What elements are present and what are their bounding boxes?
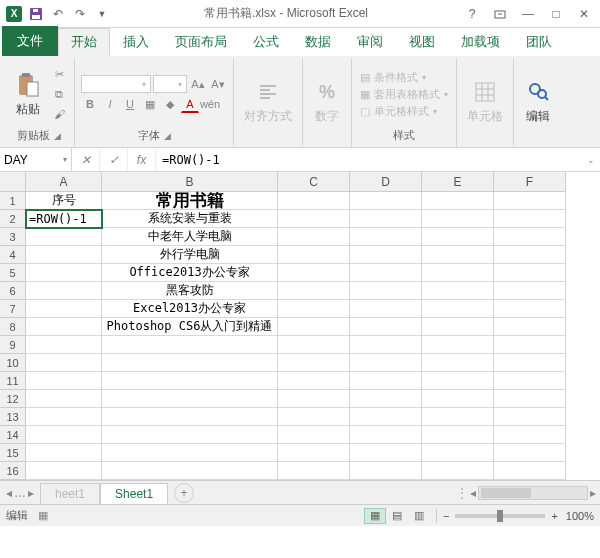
row-header[interactable]: 5	[0, 264, 26, 282]
cell-B14[interactable]	[102, 426, 278, 444]
cell-F14[interactable]	[494, 426, 566, 444]
cell-D5[interactable]	[350, 264, 422, 282]
cut-icon[interactable]: ✂	[50, 65, 68, 83]
cell-D10[interactable]	[350, 354, 422, 372]
italic-button[interactable]: I	[101, 95, 119, 113]
tab-insert[interactable]: 插入	[110, 28, 162, 56]
cell-C13[interactable]	[278, 408, 350, 426]
font-size-combo[interactable]: ▾	[153, 75, 187, 93]
zoom-in-button[interactable]: +	[551, 510, 557, 522]
cell-A5[interactable]	[26, 264, 102, 282]
cells-button[interactable]: 单元格	[463, 76, 507, 127]
decrease-font-icon[interactable]: A▾	[209, 75, 227, 93]
cell-E10[interactable]	[422, 354, 494, 372]
enter-formula-button[interactable]: ✓	[100, 148, 128, 171]
cell-A16[interactable]	[26, 462, 102, 480]
macro-record-icon[interactable]: ▦	[38, 509, 48, 522]
cell-F11[interactable]	[494, 372, 566, 390]
cell-D15[interactable]	[350, 444, 422, 462]
cell-D3[interactable]	[350, 228, 422, 246]
cell-C7[interactable]	[278, 300, 350, 318]
row-header[interactable]: 9	[0, 336, 26, 354]
hscroll-resize-icon[interactable]: ⋮	[456, 486, 468, 500]
cell-E5[interactable]	[422, 264, 494, 282]
col-header-E[interactable]: E	[422, 172, 494, 192]
cell-F7[interactable]	[494, 300, 566, 318]
border-icon[interactable]: ▦	[141, 95, 159, 113]
cell-C2[interactable]	[278, 210, 350, 228]
maximize-icon[interactable]: □	[544, 4, 568, 24]
cell-C3[interactable]	[278, 228, 350, 246]
view-page-layout-icon[interactable]: ▤	[386, 508, 408, 524]
row-header[interactable]: 11	[0, 372, 26, 390]
cell-B9[interactable]	[102, 336, 278, 354]
cell-D13[interactable]	[350, 408, 422, 426]
cell-E15[interactable]	[422, 444, 494, 462]
cell-F15[interactable]	[494, 444, 566, 462]
row-header[interactable]: 7	[0, 300, 26, 318]
save-icon[interactable]	[26, 4, 46, 24]
cell-A9[interactable]	[26, 336, 102, 354]
cell-A12[interactable]	[26, 390, 102, 408]
cell-D2[interactable]	[350, 210, 422, 228]
tab-addins[interactable]: 加载项	[448, 28, 513, 56]
paste-button[interactable]: 粘贴	[10, 69, 46, 120]
cell-F13[interactable]	[494, 408, 566, 426]
cell-E12[interactable]	[422, 390, 494, 408]
phonetic-icon[interactable]: wén	[201, 95, 219, 113]
cell-F4[interactable]	[494, 246, 566, 264]
tab-page-layout[interactable]: 页面布局	[162, 28, 240, 56]
font-launcher-icon[interactable]: ◢	[164, 131, 171, 141]
cell-D1[interactable]	[350, 192, 422, 210]
new-sheet-button[interactable]: +	[174, 483, 194, 503]
cell-D6[interactable]	[350, 282, 422, 300]
tab-data[interactable]: 数据	[292, 28, 344, 56]
cell-B5[interactable]: Office2013办公专家	[102, 264, 278, 282]
row-header[interactable]: 13	[0, 408, 26, 426]
underline-button[interactable]: U	[121, 95, 139, 113]
row-header[interactable]: 4	[0, 246, 26, 264]
cell-E14[interactable]	[422, 426, 494, 444]
cell-F5[interactable]	[494, 264, 566, 282]
format-as-table-button[interactable]: ▦套用表格格式▾	[358, 86, 450, 103]
tab-home[interactable]: 开始	[58, 28, 110, 56]
row-header[interactable]: 10	[0, 354, 26, 372]
cell-F2[interactable]	[494, 210, 566, 228]
row-header[interactable]: 14	[0, 426, 26, 444]
cell-C14[interactable]	[278, 426, 350, 444]
cell-F16[interactable]	[494, 462, 566, 480]
row-header[interactable]: 1	[0, 192, 26, 210]
cell-A10[interactable]	[26, 354, 102, 372]
clipboard-launcher-icon[interactable]: ◢	[54, 131, 61, 141]
tab-team[interactable]: 团队	[513, 28, 565, 56]
cell-E13[interactable]	[422, 408, 494, 426]
horizontal-scrollbar[interactable]	[478, 486, 588, 500]
cell-D14[interactable]	[350, 426, 422, 444]
cell-E16[interactable]	[422, 462, 494, 480]
cell-C15[interactable]	[278, 444, 350, 462]
cell-C16[interactable]	[278, 462, 350, 480]
view-normal-icon[interactable]: ▦	[364, 508, 386, 524]
font-color-icon[interactable]: A	[181, 95, 199, 113]
cancel-formula-button[interactable]: ✕	[72, 148, 100, 171]
tab-review[interactable]: 审阅	[344, 28, 396, 56]
excel-app-icon[interactable]: X	[4, 4, 24, 24]
expand-formula-bar-icon[interactable]: ⌄	[582, 148, 600, 171]
cell-A11[interactable]	[26, 372, 102, 390]
cell-B3[interactable]: 中老年人学电脑	[102, 228, 278, 246]
cell-F6[interactable]	[494, 282, 566, 300]
cell-B13[interactable]	[102, 408, 278, 426]
cell-C6[interactable]	[278, 282, 350, 300]
cell-E11[interactable]	[422, 372, 494, 390]
cell-B16[interactable]	[102, 462, 278, 480]
cell-C5[interactable]	[278, 264, 350, 282]
cell-E6[interactable]	[422, 282, 494, 300]
cell-C1[interactable]	[278, 192, 350, 210]
cell-E4[interactable]	[422, 246, 494, 264]
sheet-nav-first-icon[interactable]: ◂	[6, 486, 12, 500]
cell-C9[interactable]	[278, 336, 350, 354]
cell-E8[interactable]	[422, 318, 494, 336]
bold-button[interactable]: B	[81, 95, 99, 113]
hscroll-left-icon[interactable]: ◂	[470, 486, 476, 500]
row-header[interactable]: 2	[0, 210, 26, 228]
